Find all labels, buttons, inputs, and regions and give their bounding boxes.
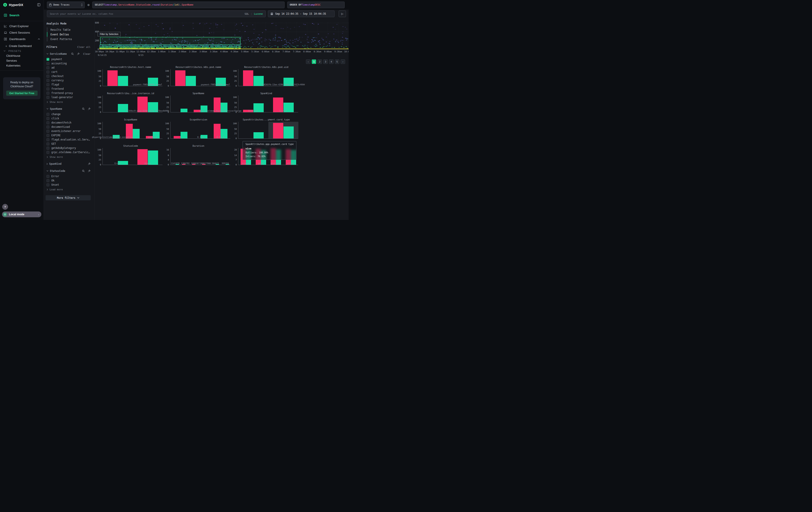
filter-option-currency[interactable]: currency <box>47 78 90 82</box>
pin-icon[interactable] <box>88 162 90 165</box>
date-range-picker[interactable]: Sep 14 22:04:35 - Sep 15 10:04:35 <box>268 10 335 17</box>
checkbox[interactable] <box>47 66 49 69</box>
filter-option-ok[interactable]: Ok <box>47 179 90 183</box>
filter-option-checkout[interactable]: checkout <box>47 74 90 78</box>
checkbox[interactable]: ✓ <box>47 58 49 61</box>
sidebar-item-search[interactable]: Search <box>0 9 44 21</box>
pin-icon[interactable] <box>88 170 90 172</box>
order-by-input[interactable]: ORDER BY Timestamp DESC <box>287 2 345 8</box>
analysis-mode-results-table[interactable]: Results Table <box>47 27 90 32</box>
filter-option-load-generator[interactable]: load-generator <box>47 95 90 99</box>
filter-section-servicename[interactable]: ServiceNameClear <box>47 52 90 56</box>
time-axis-label: 3:30am <box>210 50 218 53</box>
search-icon[interactable] <box>71 53 74 55</box>
filter-option-ad[interactable]: ad <box>47 66 90 70</box>
checkbox[interactable] <box>47 62 49 65</box>
settings-gear-icon[interactable]: ⚙ <box>86 3 90 7</box>
checkbox[interactable] <box>47 179 49 182</box>
pagination-page-2[interactable]: 2 <box>318 59 322 64</box>
filter-option-documentfetch[interactable]: documentFetch <box>47 120 90 125</box>
sidebar-item-client-sessions[interactable]: Client Sessions <box>0 29 44 36</box>
checkbox[interactable] <box>47 147 49 150</box>
filter-option-eventlistener-error[interactable]: eventListener.error <box>47 129 90 133</box>
search-icon[interactable] <box>82 170 85 172</box>
checkbox[interactable] <box>47 113 49 116</box>
checkbox[interactable] <box>47 126 49 129</box>
user-menu[interactable]: U Local mode › <box>2 212 41 217</box>
checkbox[interactable] <box>47 121 49 124</box>
filter-option-expire[interactable]: EXPIRE <box>47 133 90 137</box>
search-input[interactable]: Search your events w/ Lucene ex. column:… <box>47 10 266 17</box>
checkbox[interactable] <box>47 75 49 78</box>
checkbox[interactable] <box>47 130 49 133</box>
clear-all-button[interactable]: Clear all <box>77 46 90 49</box>
preset-services[interactable]: Services <box>0 58 44 63</box>
sidebar-collapse-icon[interactable] <box>37 3 40 6</box>
presets-toggle[interactable]: PRESETS <box>0 49 44 53</box>
pagination-page-3[interactable]: 3 <box>323 59 328 64</box>
filter-option-grpc-oteldemo-cartservic-[interactable]: grpc.oteldemo.CartServic… <box>47 150 90 154</box>
pin-icon[interactable] <box>88 108 90 110</box>
preset-kubernetes[interactable]: Kubernetes <box>0 63 44 68</box>
checkbox[interactable] <box>47 83 49 86</box>
filter-option-click[interactable]: click <box>47 116 90 120</box>
filter-option-payment[interactable]: ✓payment <box>47 57 90 61</box>
checkbox[interactable] <box>47 151 49 154</box>
clear-filter-button[interactable]: Clear <box>83 53 90 55</box>
source-select[interactable]: Demo Traces <box>47 2 85 8</box>
checkbox[interactable] <box>47 117 49 120</box>
filter-section-spankind[interactable]: SpanKind <box>47 162 90 166</box>
checkbox[interactable] <box>47 96 49 99</box>
show-more-link[interactable]: Show more <box>47 101 90 104</box>
pagination-page-1[interactable]: 1 <box>312 59 316 64</box>
filter-option-cart[interactable]: cart <box>47 70 90 74</box>
analysis-mode-event-deltas[interactable]: Event Deltas <box>47 32 90 37</box>
checkbox[interactable] <box>47 134 49 137</box>
get-started-button[interactable]: Get Started for Free <box>6 90 37 96</box>
pagination-page-5[interactable]: 5 <box>335 59 339 64</box>
sidebar-item-chart-explorer[interactable]: Chart Explorer <box>0 23 44 29</box>
filter-option-flagd-evaluation-v1-serv-[interactable]: flagd.evaluation.v1.Serv… <box>47 138 90 141</box>
query-token: ServiceName <box>118 3 135 6</box>
filter-section-statuscode[interactable]: StatusCode <box>47 169 90 173</box>
run-query-button[interactable]: ▷ <box>339 10 346 17</box>
checkbox[interactable] <box>47 87 49 90</box>
analysis-mode-event-patterns[interactable]: Event Patterns <box>47 37 90 42</box>
query-language-toggle[interactable]: SQL | Lucene <box>244 12 263 16</box>
filter-option-flagd[interactable]: flagd <box>47 83 90 87</box>
filter-option-documentload[interactable]: documentLoad <box>47 125 90 129</box>
filter-by-selection-button[interactable]: Filter by Selection <box>97 32 121 36</box>
load-more-link[interactable]: Load more <box>47 188 90 191</box>
checkbox[interactable] <box>47 79 49 82</box>
filter-option-get[interactable]: GET <box>47 142 90 146</box>
pagination-prev[interactable]: ‹ <box>306 59 310 64</box>
help-button[interactable]: ? <box>2 204 8 210</box>
checkbox[interactable] <box>47 183 49 186</box>
filter-option-unset[interactable]: Unset <box>47 183 90 187</box>
show-more-link[interactable]: Show more <box>47 156 90 159</box>
filter-section-spanname[interactable]: SpanName <box>47 107 90 111</box>
pagination-next[interactable]: › <box>341 59 345 64</box>
filter-option-frontend-proxy[interactable]: frontend-proxy <box>47 91 90 95</box>
lang-lucene[interactable]: Lucene <box>254 12 263 16</box>
filter-option-accounting[interactable]: accounting <box>47 61 90 65</box>
preset-clickhouse[interactable]: ClickHouse <box>0 53 44 58</box>
sql-select-input[interactable]: SELECT Timestamp, ServiceName, StatusCod… <box>92 2 285 8</box>
pagination-page-4[interactable]: 4 <box>329 59 334 64</box>
checkbox[interactable] <box>47 92 49 95</box>
filter-option-error[interactable]: Error <box>47 174 90 178</box>
checkbox[interactable] <box>47 71 49 74</box>
filter-option-getadsbycategory[interactable]: getAdsByCategory <box>47 146 90 150</box>
checkbox[interactable] <box>47 138 49 141</box>
pin-icon[interactable] <box>77 53 80 55</box>
sidebar-item-dashboards[interactable]: Dashboards <box>0 36 44 42</box>
create-dashboard-button[interactable]: + Create Dashboard <box>0 44 44 49</box>
filter-option-frontend[interactable]: frontend <box>47 87 90 91</box>
checkbox[interactable] <box>47 175 49 178</box>
heatmap-plot[interactable] <box>99 22 349 50</box>
lang-sql[interactable]: SQL <box>244 12 249 16</box>
more-filters-button[interactable]: More filters <box>46 195 91 200</box>
search-icon[interactable] <box>82 108 85 110</box>
checkbox[interactable] <box>47 142 49 145</box>
filter-option-change[interactable]: change <box>47 112 90 116</box>
